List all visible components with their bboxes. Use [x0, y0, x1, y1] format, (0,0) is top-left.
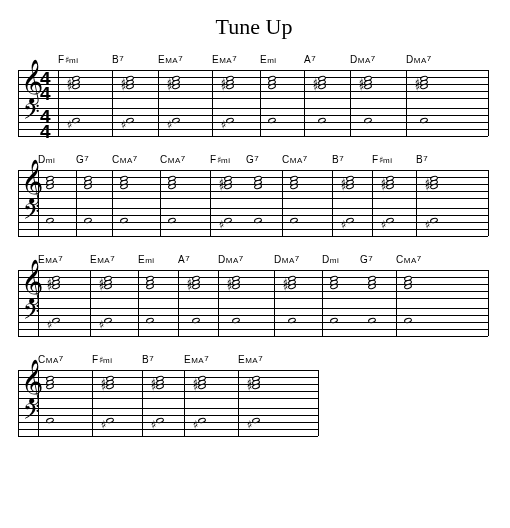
chord-notes: [168, 176, 176, 189]
chord-symbol: EMA7: [184, 354, 238, 365]
chord-notes: [46, 176, 54, 189]
bass-note: ♯: [346, 218, 354, 223]
notes-layer: ♯♯♯♯♯♯♯♯♯♯♯♯: [18, 170, 488, 236]
chord-notes: ♯♯: [420, 76, 428, 89]
chord-notes: ♯♯: [288, 276, 296, 289]
grand-staff: 𝄞𝄢♯♯♯♯♯♯♯♯♯♯♯♯: [18, 270, 488, 336]
system-4: CMA7F♯miB7EMA7EMA7𝄞𝄢♯♯♯♯♯♯♯♯♯♯♯♯: [18, 354, 490, 436]
chord-notes: ♯♯: [224, 176, 232, 189]
chord-symbol: G7: [76, 154, 112, 165]
bass-note: [368, 318, 376, 323]
chord-notes: [146, 276, 154, 289]
chord-symbol: F♯mi: [58, 54, 112, 65]
bass-note: ♯: [72, 118, 80, 123]
chord-row: EMA7EMA7EmiA7DMA7DMA7DmiG7CMA7: [38, 254, 490, 268]
barline: [488, 70, 489, 136]
chord-symbol: F♯mi: [92, 354, 142, 365]
chord-notes: [290, 176, 298, 189]
chord-notes: [46, 376, 54, 389]
score-title: Tune Up: [18, 14, 490, 40]
chord-notes: ♯♯: [106, 376, 114, 389]
chord-symbol: A7: [178, 254, 218, 265]
chord-notes: [268, 76, 276, 89]
bass-note: [254, 218, 262, 223]
chord-notes: ♯♯: [346, 176, 354, 189]
grand-staff: 𝄞𝄢♯♯♯♯♯♯♯♯♯♯♯♯: [18, 370, 318, 436]
chord-notes: ♯♯: [172, 76, 180, 89]
chord-symbol: B7: [142, 354, 184, 365]
chord-symbol: Dmi: [38, 154, 76, 165]
bass-note: [120, 218, 128, 223]
bass-note: [84, 218, 92, 223]
chord-symbol: EMA7: [212, 54, 260, 65]
bass-note: ♯: [224, 218, 232, 223]
bass-note: [268, 118, 276, 123]
chord-notes: [84, 176, 92, 189]
notes-layer: ♯♯♯♯♯♯♯♯♯♯♯♯♯♯♯♯♯♯: [18, 70, 488, 136]
chord-notes: ♯♯: [318, 76, 326, 89]
chord-symbol: A7: [304, 54, 350, 65]
chord-notes: ♯♯: [52, 276, 60, 289]
bass-note: [288, 318, 296, 323]
bass-note: [192, 318, 200, 323]
chord-symbol: DMA7: [274, 254, 322, 265]
chord-symbol: G7: [360, 254, 396, 265]
chord-symbol: B7: [112, 54, 158, 65]
notes-layer: ♯♯♯♯♯♯♯♯♯♯♯♯: [18, 370, 318, 436]
chord-row: CMA7F♯miB7EMA7EMA7: [38, 354, 490, 368]
bass-note: ♯: [156, 418, 164, 423]
music-container: F♯miB7EMA7EMA7EmiA7DMA7DMA7𝄞𝄢4444♯♯♯♯♯♯♯…: [18, 54, 490, 436]
chord-notes: ♯♯: [72, 76, 80, 89]
bass-note: [146, 318, 154, 323]
chord-notes: ♯♯: [430, 176, 438, 189]
bass-note: [46, 218, 54, 223]
bass-note: [364, 118, 372, 123]
chord-symbol: CMA7: [160, 154, 210, 165]
bass-note: [330, 318, 338, 323]
bass-note: ♯: [198, 418, 206, 423]
bass-note: ♯: [52, 318, 60, 323]
chord-symbol: B7: [416, 154, 456, 165]
bass-note: ♯: [104, 318, 112, 323]
score-page: Tune Up F♯miB7EMA7EMA7EmiA7DMA7DMA7𝄞𝄢444…: [0, 0, 510, 528]
chord-notes: [404, 276, 412, 289]
chord-symbol: CMA7: [38, 354, 92, 365]
chord-symbol: B7: [332, 154, 372, 165]
bass-note: ♯: [430, 218, 438, 223]
bass-note: [46, 418, 54, 423]
chord-notes: ♯♯: [232, 276, 240, 289]
bass-note: [232, 318, 240, 323]
chord-symbol: CMA7: [112, 154, 160, 165]
chord-notes: [120, 176, 128, 189]
chord-symbol: DMA7: [406, 54, 460, 65]
chord-symbol: EMA7: [90, 254, 138, 265]
chord-notes: ♯♯: [386, 176, 394, 189]
chord-notes: ♯♯: [156, 376, 164, 389]
chord-notes: [368, 276, 376, 289]
bass-note: ♯: [386, 218, 394, 223]
bass-note: ♯: [126, 118, 134, 123]
chord-row: DmiG7CMA7CMA7F♯miG7CMA7B7F♯miB7: [38, 154, 490, 168]
chord-notes: [330, 276, 338, 289]
barline: [488, 170, 489, 236]
bass-note: [290, 218, 298, 223]
bass-note: ♯: [252, 418, 260, 423]
bass-note: [168, 218, 176, 223]
chord-symbol: G7: [246, 154, 282, 165]
barline: [318, 370, 319, 436]
chord-notes: ♯♯: [226, 76, 234, 89]
chord-symbol: Emi: [138, 254, 178, 265]
chord-symbol: F♯mi: [210, 154, 246, 165]
chord-notes: ♯♯: [126, 76, 134, 89]
chord-notes: ♯♯: [192, 276, 200, 289]
system-3: EMA7EMA7EmiA7DMA7DMA7DmiG7CMA7𝄞𝄢♯♯♯♯♯♯♯♯…: [18, 254, 490, 336]
chord-symbol: EMA7: [158, 54, 212, 65]
bass-note: ♯: [172, 118, 180, 123]
system-2: DmiG7CMA7CMA7F♯miG7CMA7B7F♯miB7𝄞𝄢♯♯♯♯♯♯♯…: [18, 154, 490, 236]
system-1: F♯miB7EMA7EMA7EmiA7DMA7DMA7𝄞𝄢4444♯♯♯♯♯♯♯…: [18, 54, 490, 136]
grand-staff: 𝄞𝄢♯♯♯♯♯♯♯♯♯♯♯♯: [18, 170, 488, 236]
barline: [488, 270, 489, 336]
bass-note: ♯: [106, 418, 114, 423]
bass-note: ♯: [226, 118, 234, 123]
chord-symbol: Dmi: [322, 254, 360, 265]
